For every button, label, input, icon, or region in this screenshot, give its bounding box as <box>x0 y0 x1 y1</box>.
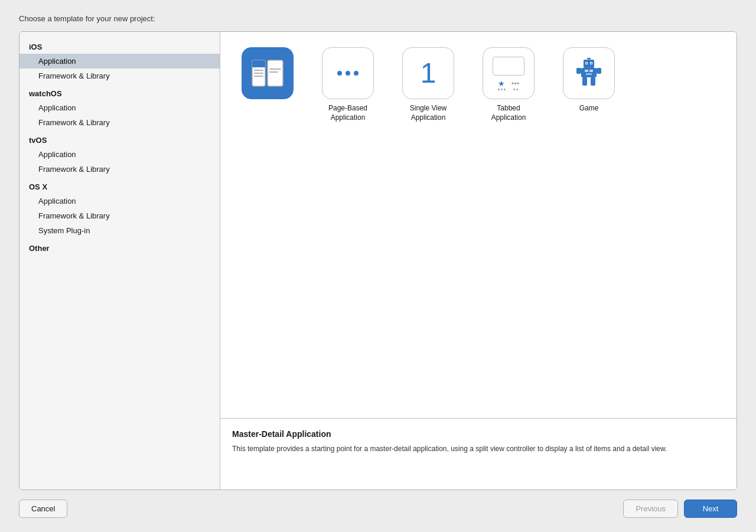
tabbed-label: TabbedApplication <box>491 104 526 122</box>
svg-rect-15 <box>587 58 591 59</box>
tab-dots-icon: ••• <box>511 79 520 88</box>
game-label: Game <box>579 104 599 113</box>
tabbed-icon-inner: ★ ••• <box>490 57 527 90</box>
svg-rect-6 <box>254 76 263 77</box>
page-based-dots <box>337 71 359 76</box>
tab-dot-3 <box>504 89 506 90</box>
cancel-button[interactable]: Cancel <box>19 500 67 518</box>
sidebar-category-osx: OS X <box>19 177 220 194</box>
svg-rect-3 <box>252 65 265 67</box>
tab-dot-2 <box>501 89 503 90</box>
svg-rect-18 <box>597 68 601 74</box>
svg-rect-7 <box>269 68 281 70</box>
sidebar-category-watchos: watchOS <box>19 83 220 100</box>
bottom-bar: Cancel Previous Next <box>19 490 737 518</box>
svg-rect-1 <box>268 60 283 86</box>
svg-rect-4 <box>254 70 263 71</box>
template-item-game[interactable]: Game <box>553 44 624 126</box>
tab-dots-2 <box>513 89 518 90</box>
svg-rect-12 <box>586 63 587 64</box>
svg-rect-20 <box>591 77 595 86</box>
master-detail-label: Master-DetailApplication <box>245 104 289 122</box>
template-grid: Master-DetailApplication Page-BasedAppli… <box>220 32 737 419</box>
tab-dot-5 <box>516 89 518 90</box>
tabbed-tab-bar: ★ ••• <box>498 79 520 90</box>
tab-1: ★ <box>498 79 506 90</box>
page-based-label: Page-BasedApplication <box>328 104 367 122</box>
svg-rect-5 <box>254 73 263 74</box>
sidebar: iOS Application Framework & Library watc… <box>19 32 220 489</box>
sidebar-category-other: Other <box>19 238 220 255</box>
sidebar-item-watchos-application[interactable]: Application <box>19 100 220 115</box>
tabbed-screen <box>493 57 524 76</box>
svg-rect-9 <box>584 60 594 68</box>
master-detail-icon <box>242 47 294 99</box>
single-view-number: 1 <box>421 59 436 87</box>
tabbed-icon: ★ ••• <box>483 47 535 99</box>
dialog-title: Choose a template for your new project: <box>19 14 155 23</box>
next-button[interactable]: Next <box>684 500 737 518</box>
svg-rect-19 <box>582 77 587 86</box>
tab-star-icon: ★ <box>498 79 505 88</box>
tab-dots <box>498 89 506 90</box>
svg-rect-17 <box>576 68 581 74</box>
sidebar-item-osx-plugin[interactable]: System Plug-in <box>19 223 220 238</box>
content-area: Master-DetailApplication Page-BasedAppli… <box>220 32 737 489</box>
template-item-tabbed[interactable]: ★ ••• <box>473 44 544 126</box>
tab-dot-4 <box>513 89 515 90</box>
tab-dot-1 <box>498 89 500 90</box>
description-title: Master-Detail Application <box>232 429 725 439</box>
dot-2 <box>346 71 350 76</box>
sidebar-item-osx-application[interactable]: Application <box>19 194 220 208</box>
tab-2: ••• <box>511 79 520 90</box>
svg-rect-16 <box>581 68 597 77</box>
svg-rect-23 <box>586 73 592 75</box>
single-view-label: Single ViewApplication <box>410 104 447 122</box>
sidebar-item-tvos-application[interactable]: Application <box>19 147 220 162</box>
sidebar-category-ios: iOS <box>19 37 220 54</box>
game-robot-svg <box>573 57 605 89</box>
sidebar-item-ios-application[interactable]: Application <box>19 54 220 68</box>
svg-rect-13 <box>591 63 592 64</box>
svg-rect-22 <box>589 70 593 72</box>
dot-3 <box>354 71 359 76</box>
template-item-master-detail[interactable]: Master-DetailApplication <box>232 44 303 126</box>
description-text: This template provides a starting point … <box>232 443 725 454</box>
svg-rect-21 <box>585 70 588 72</box>
game-icon <box>563 47 615 99</box>
main-panel: iOS Application Framework & Library watc… <box>19 31 737 490</box>
svg-rect-8 <box>269 71 278 73</box>
description-area: Master-Detail Application This template … <box>220 419 737 489</box>
single-view-icon: 1 <box>402 47 454 99</box>
sidebar-category-tvos: tvOS <box>19 130 220 147</box>
sidebar-item-osx-framework[interactable]: Framework & Library <box>19 208 220 223</box>
sidebar-item-watchos-framework[interactable]: Framework & Library <box>19 115 220 130</box>
right-buttons: Previous Next <box>623 500 737 518</box>
template-item-single-view[interactable]: 1 Single ViewApplication <box>393 44 464 126</box>
dot-1 <box>337 71 342 76</box>
previous-button[interactable]: Previous <box>623 500 678 518</box>
sidebar-item-tvos-framework[interactable]: Framework & Library <box>19 162 220 177</box>
template-item-page-based[interactable]: Page-BasedApplication <box>312 44 383 126</box>
page-based-icon <box>322 47 374 99</box>
sidebar-item-ios-framework[interactable]: Framework & Library <box>19 68 220 83</box>
